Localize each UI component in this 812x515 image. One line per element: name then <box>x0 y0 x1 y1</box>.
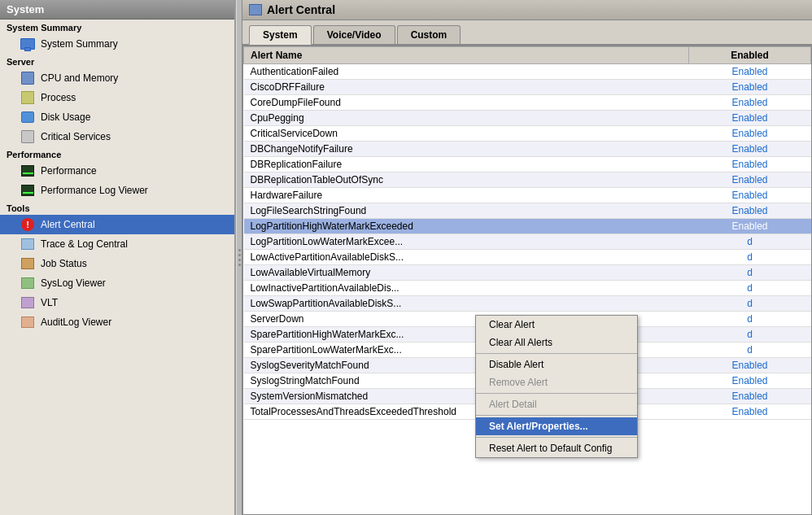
alert-name-cell: LowAvailableVirtualMemory <box>244 265 689 281</box>
job-icon <box>20 255 36 272</box>
sidebar-item-alert-central[interactable]: ! Alert Central <box>0 215 234 234</box>
context-menu-item-clear-all-alerts[interactable]: Clear All Alerts <box>476 334 637 351</box>
alert-enabled-cell: Enabled <box>689 188 811 203</box>
table-row[interactable]: LowAvailableVirtualMemoryd <box>244 265 811 281</box>
section-tools: Tools <box>0 200 234 215</box>
alert-enabled-cell: d <box>689 296 811 312</box>
context-menu-separator <box>476 393 637 394</box>
alert-name-cell: AuthenticationFailed <box>244 64 689 80</box>
alert-enabled-cell: Enabled <box>689 126 811 142</box>
table-row[interactable]: LogPartitionLowWaterMarkExcee...d <box>244 234 811 250</box>
alert-name-cell: LogFileSearchStringFound <box>244 203 689 219</box>
context-menu-separator <box>476 415 637 416</box>
table-row[interactable]: DBChangeNotifyFailureEnabled <box>244 142 811 157</box>
alert-name-cell: HardwareFailure <box>244 188 689 203</box>
context-menu-item-alert-detail: Alert Detail <box>476 395 637 413</box>
alert-name-cell: LowSwapPartitionAvailableDiskS... <box>244 296 689 312</box>
sidebar-item-system-summary[interactable]: System Summary <box>0 34 234 54</box>
table-row[interactable]: CriticalServiceDownEnabled <box>244 126 811 142</box>
process-icon <box>20 89 36 106</box>
sidebar-item-critical-services[interactable]: Critical Services <box>0 127 234 146</box>
panel-title: Alert Central <box>267 3 335 16</box>
context-menu-item-reset-alert[interactable]: Reset Alert to Default Config <box>476 439 637 457</box>
table-row[interactable]: DBReplicationFailureEnabled <box>244 157 811 172</box>
col-alert-name: Alert Name <box>244 47 689 64</box>
sidebar-item-job-status[interactable]: Job Status <box>0 254 234 273</box>
alert-name-cell: CpuPegging <box>244 111 689 126</box>
sidebar-item-process[interactable]: Process <box>0 88 234 107</box>
syslog-icon <box>20 275 36 291</box>
alert-name-cell: DBReplicationTableOutOfSync <box>244 172 689 188</box>
alert-enabled-cell: d <box>689 234 811 250</box>
context-menu-item-clear-alert[interactable]: Clear Alert <box>476 316 637 334</box>
alert-enabled-cell: Enabled <box>689 172 811 188</box>
alert-icon: ! <box>20 216 36 233</box>
table-row[interactable]: LowInactivePartitionAvailableDis...d <box>244 281 811 296</box>
table-row[interactable]: CpuPeggingEnabled <box>244 111 811 126</box>
alert-enabled-cell: Enabled <box>689 404 811 420</box>
alert-panel: Alert Name Enabled AuthenticationFailedE… <box>242 46 812 515</box>
alert-name-cell: DBReplicationFailure <box>244 157 689 172</box>
sidebar-item-vlt[interactable]: VLT <box>0 293 234 312</box>
table-row[interactable]: LowSwapPartitionAvailableDiskS...d <box>244 296 811 312</box>
services-icon <box>20 129 36 145</box>
tab-custom[interactable]: Custom <box>397 25 461 44</box>
alert-name-cell: LogPartitionHighWaterMarkExceeded <box>244 219 689 234</box>
perf-icon <box>20 163 36 179</box>
table-row[interactable]: CiscoDRFFailureEnabled <box>244 80 811 95</box>
alert-name-cell: CoreDumpFileFound <box>244 95 689 111</box>
alert-enabled-cell: Enabled <box>689 389 811 404</box>
alert-enabled-cell: d <box>689 312 811 327</box>
table-row[interactable]: AuthenticationFailedEnabled <box>244 64 811 80</box>
sidebar: System System Summary System Summary Ser… <box>0 0 236 515</box>
tab-voice-video[interactable]: Voice/Video <box>313 25 395 44</box>
tabs-container: System Voice/Video Custom <box>242 20 812 46</box>
trace-icon <box>20 236 36 252</box>
audit-icon <box>20 314 36 330</box>
context-menu: Clear AlertClear All AlertsDisable Alert… <box>475 315 638 458</box>
alert-enabled-cell: Enabled <box>689 64 811 80</box>
sidebar-item-syslog-viewer[interactable]: SysLog Viewer <box>0 273 234 293</box>
section-system-summary: System Summary <box>0 20 234 34</box>
vlt-icon <box>20 295 36 311</box>
col-enabled: Enabled <box>689 47 811 64</box>
sidebar-title: System <box>0 0 234 20</box>
alert-name-cell: DBChangeNotifyFailure <box>244 142 689 157</box>
table-row[interactable]: LowActivePartitionAvailableDiskS...d <box>244 250 811 265</box>
context-menu-item-disable-alert[interactable]: Disable Alert <box>476 356 637 373</box>
alert-enabled-cell: d <box>689 343 811 358</box>
sidebar-item-cpu-memory[interactable]: CPU and Memory <box>0 68 234 88</box>
panel-header: Alert Central <box>242 0 812 20</box>
table-row[interactable]: LogFileSearchStringFoundEnabled <box>244 203 811 219</box>
alert-enabled-cell: d <box>689 265 811 281</box>
sidebar-item-trace-log[interactable]: Trace & Log Central <box>0 234 234 254</box>
context-menu-separator <box>476 353 637 354</box>
section-server: Server <box>0 54 234 68</box>
disk-icon <box>20 109 36 125</box>
sidebar-item-audit-log[interactable]: AuditLog Viewer <box>0 312 234 332</box>
alert-enabled-cell: Enabled <box>689 157 811 172</box>
main-content: Alert Central System Voice/Video Custom … <box>242 0 812 515</box>
context-menu-item-set-alert-properties[interactable]: Set Alert/Properties... <box>476 417 637 435</box>
alert-name-cell: LowInactivePartitionAvailableDis... <box>244 281 689 296</box>
divider[interactable] <box>236 0 242 515</box>
sidebar-item-disk-usage[interactable]: Disk Usage <box>0 107 234 127</box>
tab-system[interactable]: System <box>249 25 312 45</box>
table-row[interactable]: CoreDumpFileFoundEnabled <box>244 95 811 111</box>
alert-enabled-cell: Enabled <box>689 373 811 389</box>
panel-header-icon <box>249 4 262 15</box>
cpu-icon <box>20 70 36 86</box>
table-row[interactable]: LogPartitionHighWaterMarkExceededEnabled <box>244 219 811 234</box>
context-menu-separator <box>476 437 637 438</box>
context-menu-item-remove-alert: Remove Alert <box>476 373 637 391</box>
monitor-icon <box>20 36 36 52</box>
alert-enabled-cell: Enabled <box>689 358 811 373</box>
sidebar-item-perf-log-viewer[interactable]: Performance Log Viewer <box>0 181 234 200</box>
perf-log-icon <box>20 182 36 199</box>
alert-enabled-cell: d <box>689 327 811 343</box>
alert-enabled-cell: Enabled <box>689 203 811 219</box>
alert-enabled-cell: d <box>689 281 811 296</box>
table-row[interactable]: DBReplicationTableOutOfSyncEnabled <box>244 172 811 188</box>
table-row[interactable]: HardwareFailureEnabled <box>244 188 811 203</box>
sidebar-item-performance[interactable]: Performance <box>0 161 234 181</box>
